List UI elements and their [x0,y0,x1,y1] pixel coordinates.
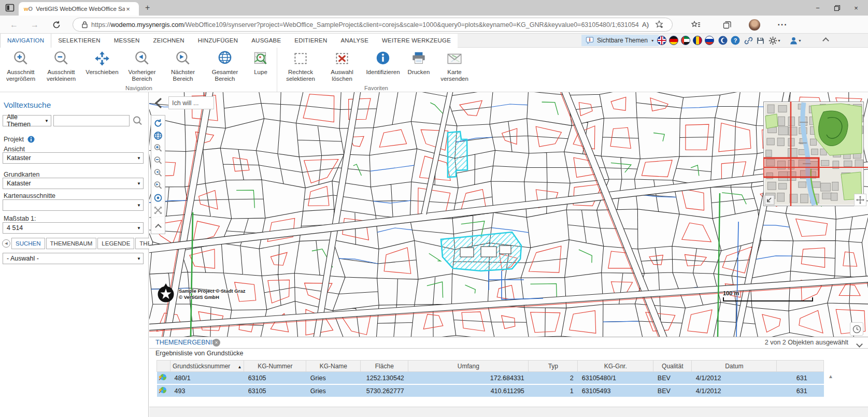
results-collapse-button[interactable] [857,339,862,349]
pan-tool[interactable]: Verschieben [82,48,122,82]
ribbon-tab-ausgabe[interactable]: AUSGABE [245,34,288,48]
map-refresh-button[interactable] [152,117,164,130]
sidebar-tab-legende[interactable]: LEGENDE [97,238,134,249]
overview-map[interactable] [763,102,868,206]
zoom-to-object-icon[interactable] [157,372,170,385]
flag-english-button[interactable] [657,36,666,45]
ribbon-tab-navigation[interactable]: NAVIGATION [0,34,51,48]
forward-button[interactable]: → [28,18,41,32]
flag-crescent-button[interactable] [718,35,728,46]
column-datum[interactable]: Datum [692,361,777,372]
column-kg-gnr[interactable]: KG-Gnr. [578,361,653,372]
settings-button[interactable]: ▼ [767,35,782,46]
save-icon [756,36,765,45]
flag-german-button[interactable] [669,36,678,45]
next-extent-tool[interactable]: Nächster Bereich [162,48,204,82]
column-flaeche[interactable]: Fläche [361,361,408,372]
map-next-extent-button[interactable] [152,179,164,192]
search-scope-select[interactable]: Alle Themen ▼ [3,115,51,126]
tab-close-icon[interactable]: × [126,5,130,13]
i-want-to-input[interactable] [168,96,214,109]
user-menu-button[interactable]: ▼ [788,35,803,46]
back-button[interactable]: ← [7,18,21,32]
history-clock-button[interactable] [850,322,863,336]
print-tool[interactable]: Drucken [404,48,434,82]
column-typ[interactable]: Typ [529,361,578,372]
search-input[interactable] [53,115,130,126]
map-full-extent-button[interactable] [152,130,164,142]
previous-extent-tool[interactable]: Vorheriger Bereich [122,48,162,82]
results-close-icon[interactable]: × [212,339,220,347]
identify-tool[interactable]: Identifizieren [362,48,404,82]
map-center-button[interactable] [152,192,164,204]
column-grundstuecksnummer[interactable]: Grundstücksnummer▲ [170,361,244,372]
search-button[interactable] [133,116,143,126]
table-scroll-up-button[interactable]: ▲ [828,373,833,379]
tab-favicon: wO [24,6,33,12]
result-row[interactable]: 480/1 63105 Gries 1252.130542 172.684331… [157,372,824,385]
read-aloud-button[interactable]: A) [642,21,649,28]
overview-map-handle[interactable] [854,194,866,206]
project-info-icon[interactable] [27,136,35,143]
flag-arabic-button[interactable] [681,36,690,45]
map-previous-extent-button[interactable] [152,167,164,179]
scalebar: 100 m [723,290,813,301]
column-extra[interactable] [777,361,824,372]
collapse-ribbon-button[interactable] [820,35,831,46]
browser-tab[interactable]: wO VertiGIS WebOffice WebOffice Sa × [19,2,139,16]
zoom-out-tool[interactable]: Ausschnitt verkleinern [40,48,82,82]
column-kg-name[interactable]: KG-Name [306,361,361,372]
refresh-button[interactable] [50,18,63,32]
map-zoom-out-button[interactable] [152,154,164,167]
zoom-in-tool[interactable]: Ausschnitt vergrößern [1,48,40,82]
help-button[interactable]: ? [730,35,741,46]
more-menu-button[interactable]: ··· [776,18,789,32]
scale-select[interactable]: 4 514 ▼ [3,222,144,234]
save-button[interactable] [755,35,765,46]
tab-actions-icon[interactable] [5,3,15,12]
map-zoom-in-button[interactable] [152,142,164,154]
window-close-button[interactable]: × [847,0,865,16]
window-restore-button[interactable] [828,0,846,16]
add-favorite-icon[interactable] [655,20,664,29]
column-qualitaet[interactable]: Qualität [653,361,692,372]
full-extent-tool[interactable]: Gesamter Bereich [204,48,246,82]
column-umfang[interactable]: Umfang [408,361,529,372]
ribbon-tab-messen[interactable]: MESSEN [107,34,147,48]
view-select[interactable]: Kataster ▼ [3,152,144,164]
map-fit-button[interactable] [152,204,164,217]
new-tab-button[interactable]: + [145,2,150,13]
map-panel-collapse-button[interactable] [152,221,164,233]
clear-selection-tool[interactable]: Auswahl löschen [322,48,362,82]
magnifier-tool[interactable]: Lupe [246,48,276,82]
profile-avatar[interactable] [748,18,761,32]
flag-romanian-button[interactable] [693,36,702,45]
map-canvas[interactable]: Sample Project © Stadt Graz © VertiGIS G… [149,92,868,337]
sidebar-tab-suchen[interactable]: SUCHEN [11,238,45,249]
ribbon-tab-selektieren[interactable]: SELEKTIEREN [51,34,107,48]
selection-select[interactable]: - Auswahl - ▼ [3,253,144,264]
ribbon-tab-zeichnen[interactable]: ZEICHNEN [146,34,191,48]
basemap-select[interactable]: Kataster ▼ [3,178,144,189]
column-kg-nummer[interactable]: KG-Nummer [244,361,306,372]
ribbon-tab-hinzufuegen[interactable]: HINZUFÜGEN [191,34,245,48]
window-minimize-button[interactable]: − [809,0,827,16]
flag-russian-button[interactable] [705,36,714,45]
link-button[interactable] [743,35,753,46]
favorites-button[interactable] [689,18,703,32]
chevron-up-icon [155,224,162,231]
results-tab-themenergebnis[interactable]: THEMENERGEBNIS [155,337,216,348]
result-row[interactable]: 493 63105 Gries 5730.262777 410.611295 1… [157,384,824,397]
visible-themes-dropdown[interactable]: Sichtbare Themen ▼ [581,35,659,46]
ribbon-tab-editieren[interactable]: EDITIEREN [288,34,334,48]
sidebar-tab-themenbaum[interactable]: THEMENBAUM [46,238,97,249]
collections-button[interactable] [720,18,734,32]
zoom-to-object-icon[interactable] [157,384,170,397]
collapse-sidebar-button[interactable] [153,97,164,109]
results-table: Grundstücksnummer▲ KG-Nummer KG-Name Flä… [156,360,824,398]
map-extent-select[interactable]: ▼ [3,199,144,211]
tabs-scroll-left-button[interactable]: ◀ [2,239,10,248]
send-map-tool[interactable]: Karte versenden [434,48,475,82]
select-rectangle-tool[interactable]: Rechteck selektieren [279,48,322,82]
url-bar[interactable]: https://wodemo.mysynergis.com/WebOffice1… [73,18,673,32]
